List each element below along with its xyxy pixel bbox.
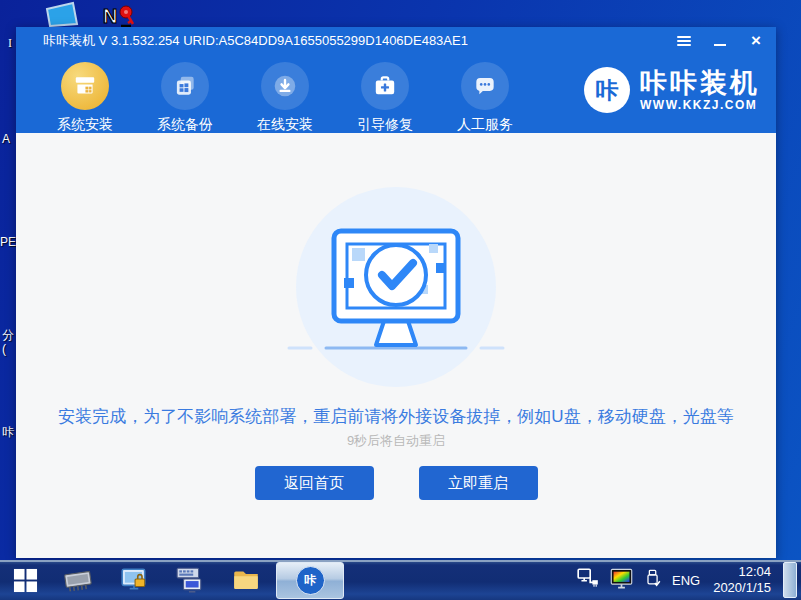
nav-item-system-install[interactable]: 系统安装: [35, 62, 135, 134]
window-titlebar[interactable]: 咔咔装机 V 3.1.532.254 URID:A5C84DD9A1655055…: [16, 27, 776, 55]
network-icon[interactable]: [576, 566, 600, 594]
taskbar-monitor-lock-icon[interactable]: [106, 560, 162, 600]
action-buttons: 返回首页 立即重启: [16, 466, 776, 500]
taskbar-folder-icon[interactable]: [218, 560, 274, 600]
desktop-label-fragment: (: [2, 342, 6, 356]
start-button[interactable]: [0, 560, 50, 600]
main-content: 安装完成，为了不影响系统部署，重启前请将外接设备拔掉，例如U盘，移动硬盘，光盘等…: [16, 133, 776, 558]
menu-icon[interactable]: [676, 33, 692, 49]
nav-item-system-backup[interactable]: 系统备份: [135, 62, 235, 134]
nav-item-manual-service[interactable]: 人工服务: [435, 62, 535, 134]
desktop-label-fragment: I: [8, 36, 12, 51]
monitor-check-icon: [281, 175, 511, 400]
taskbar-clock[interactable]: 12:04 2020/1/15: [709, 564, 771, 597]
completion-message: 安装完成，为了不影响系统部署，重启前请将外接设备拔掉，例如U盘，移动硬盘，光盘等: [16, 405, 776, 428]
install-complete-illustration: [281, 175, 511, 404]
hamburger-icon: [677, 36, 691, 46]
clock-date: 2020/1/15: [713, 580, 771, 596]
install-box-icon: [61, 62, 109, 110]
app-window: 咔咔装机 V 3.1.532.254 URID:A5C84DD9A1655055…: [16, 27, 776, 558]
close-button[interactable]: ×: [748, 33, 764, 49]
brand-name: 咔咔装机: [640, 69, 760, 97]
desktop-label-fragment: 咔: [2, 424, 14, 441]
show-desktop-button[interactable]: [783, 562, 797, 598]
language-indicator[interactable]: ENG: [672, 573, 700, 588]
brand-texts: 咔咔装机 WWW.KKZJ.COM: [640, 69, 760, 112]
usb-device-icon[interactable]: [643, 568, 663, 592]
brand-badge-icon: 咔: [584, 67, 630, 113]
return-home-button[interactable]: 返回首页: [255, 466, 374, 500]
kaka-app-icon: 咔: [296, 566, 325, 595]
nav-item-online-install[interactable]: 在线安装: [235, 62, 335, 134]
nav-item-label: 系统安装: [57, 116, 113, 134]
nav-item-label: 人工服务: [457, 116, 513, 134]
taskbar-memory-chip-icon[interactable]: [50, 560, 106, 600]
nav-bar: 系统安装 系统备份: [16, 55, 776, 133]
nav-item-label: 引导修复: [357, 116, 413, 134]
taskbar: 咔: [0, 560, 801, 600]
chat-icon: [461, 62, 509, 110]
clock-time: 12:04: [738, 564, 771, 580]
backup-icon: [161, 62, 209, 110]
nav-item-label: 系统备份: [157, 116, 213, 134]
repair-kit-icon: [361, 62, 409, 110]
desktop: N I A PE 分 ( 咔 咔咔装机 V 3.1.532.254 URID:A…: [0, 0, 801, 600]
display-settings-icon[interactable]: [609, 566, 634, 595]
window-title: 咔咔装机 V 3.1.532.254 URID:A5C84DD9A1655055…: [43, 32, 468, 50]
minimize-icon: [714, 44, 726, 46]
nav-item-boot-repair[interactable]: 引导修复: [335, 62, 435, 134]
titlebar-controls: ×: [676, 33, 764, 49]
desktop-label-fragment: PE: [0, 235, 16, 249]
system-tray: ENG 12:04 2020/1/15: [576, 562, 801, 598]
minimize-button[interactable]: [712, 33, 728, 49]
windows-logo-icon: [13, 568, 38, 593]
close-icon: ×: [751, 33, 761, 49]
desktop-label-fragment: A: [2, 132, 10, 146]
nav-item-label: 在线安装: [257, 116, 313, 134]
n-shortcut-letter: N: [103, 5, 117, 27]
restart-now-button[interactable]: 立即重启: [419, 466, 538, 500]
brand-url: WWW.KKZJ.COM: [640, 99, 760, 112]
restart-countdown: 9秒后将自动重启: [16, 432, 776, 450]
brand-logo: 咔 咔咔装机 WWW.KKZJ.COM: [584, 55, 776, 113]
taskbar-kaka-app-button[interactable]: 咔: [276, 562, 344, 599]
download-icon: [261, 62, 309, 110]
taskbar-computer-keyboard-icon[interactable]: [162, 560, 218, 600]
